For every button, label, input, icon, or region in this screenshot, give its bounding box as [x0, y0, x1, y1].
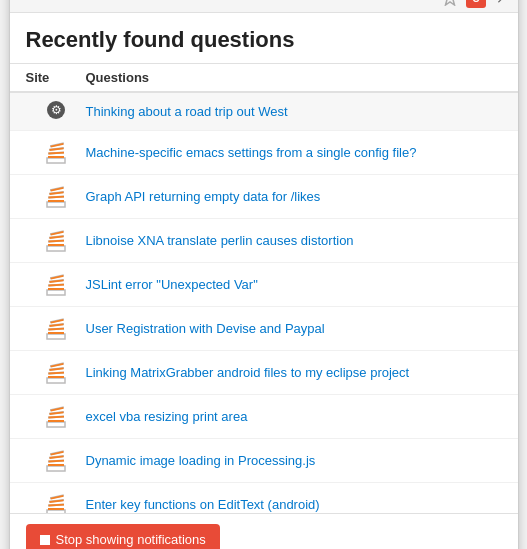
svg-rect-12 — [49, 147, 63, 150]
svg-rect-82 — [48, 508, 64, 510]
question-link[interactable]: excel vba resizing print area — [86, 409, 248, 424]
column-questions-header: Questions — [86, 70, 502, 85]
site-icon — [26, 490, 86, 513]
stackoverflow-icon — [45, 226, 67, 255]
stop-notifications-button[interactable]: Stop showing notifications — [26, 524, 220, 549]
svg-rect-73 — [48, 464, 64, 466]
site-icon — [26, 226, 86, 255]
site-icon — [26, 358, 86, 387]
site-icon — [26, 138, 86, 167]
stackoverflow-icon — [45, 490, 67, 513]
question-link-cell: User Registration with Devise and Paypal — [86, 321, 502, 336]
svg-rect-39 — [49, 279, 63, 282]
svg-text:S: S — [472, 0, 479, 4]
question-link-cell: Enter key functions on EditText (android… — [86, 497, 502, 512]
svg-rect-45 — [47, 334, 65, 339]
panel-header: Recently found questions — [10, 13, 518, 64]
svg-rect-75 — [49, 455, 63, 458]
table-header: Site Questions — [10, 64, 518, 93]
footer: Stop showing notifications — [10, 513, 518, 549]
question-link[interactable]: Enter key functions on EditText (android… — [86, 497, 320, 512]
svg-rect-19 — [48, 200, 64, 202]
site-icon — [26, 314, 86, 343]
svg-rect-63 — [47, 422, 65, 427]
svg-rect-66 — [49, 411, 63, 414]
svg-text:⚙: ⚙ — [50, 103, 61, 117]
site-icon — [26, 402, 86, 431]
site-icon — [26, 270, 86, 299]
table-row: Libnoise XNA translate perlin causes dis… — [10, 219, 518, 263]
question-link[interactable]: JSLint error "Unexpected Var" — [86, 277, 258, 292]
table-row: Graph API returning empty data for /like… — [10, 175, 518, 219]
question-link[interactable]: Linking MatrixGrabber android files to m… — [86, 365, 410, 380]
column-site-header: Site — [26, 70, 86, 85]
panel-title: Recently found questions — [26, 27, 502, 53]
question-link[interactable]: User Registration with Devise and Paypal — [86, 321, 325, 336]
question-link-cell: Machine-specific emacs settings from a s… — [86, 145, 502, 160]
svg-marker-0 — [443, 0, 457, 5]
table-row: Dynamic image loading in Processing.js — [10, 439, 518, 483]
svg-rect-21 — [49, 191, 63, 194]
svg-rect-10 — [48, 156, 64, 158]
question-link[interactable]: Graph API returning empty data for /like… — [86, 189, 321, 204]
table-row: Enter key functions on EditText (android… — [10, 483, 518, 513]
stop-square-icon — [40, 535, 50, 545]
stackoverflow-icon — [45, 358, 67, 387]
question-link-cell: excel vba resizing print area — [86, 409, 502, 424]
question-link[interactable]: Thinking about a road trip out West — [86, 104, 288, 119]
table-row: Machine-specific emacs settings from a s… — [10, 131, 518, 175]
top-bar: S ↗ — [10, 0, 518, 13]
question-link[interactable]: Dynamic image loading in Processing.js — [86, 453, 316, 468]
question-link-cell: Graph API returning empty data for /like… — [86, 189, 502, 204]
site-icon — [26, 182, 86, 211]
svg-rect-54 — [47, 378, 65, 383]
svg-rect-46 — [48, 332, 64, 334]
star-icon[interactable] — [440, 0, 460, 8]
stackoverflow-icon — [45, 314, 67, 343]
table-row: User Registration with Devise and Paypal — [10, 307, 518, 351]
question-link[interactable]: Machine-specific emacs settings from a s… — [86, 145, 417, 160]
table-row: JSLint error "Unexpected Var" — [10, 263, 518, 307]
table-row: ⚙ Thinking about a road trip out West — [10, 93, 518, 131]
table-row: excel vba resizing print area — [10, 395, 518, 439]
stackoverflow-icon — [45, 182, 67, 211]
svg-rect-30 — [49, 235, 63, 238]
brand-icon[interactable]: S — [466, 0, 486, 8]
svg-rect-48 — [49, 323, 63, 326]
question-link-cell: JSLint error "Unexpected Var" — [86, 277, 502, 292]
svg-rect-28 — [48, 244, 64, 246]
table-row: Linking MatrixGrabber android files to m… — [10, 351, 518, 395]
question-link-cell: Libnoise XNA translate perlin causes dis… — [86, 233, 502, 248]
svg-rect-64 — [48, 420, 64, 422]
question-link-cell: Thinking about a road trip out West — [86, 104, 502, 119]
external-icon[interactable]: ↗ — [492, 0, 512, 8]
svg-rect-36 — [47, 290, 65, 295]
questions-list: ⚙ Thinking about a road trip out West Ma… — [10, 93, 518, 513]
svg-rect-72 — [47, 466, 65, 471]
question-link-cell: Dynamic image loading in Processing.js — [86, 453, 502, 468]
svg-rect-27 — [47, 246, 65, 251]
site-icon: ⚙ — [26, 100, 86, 123]
stackoverflow-icon — [45, 138, 67, 167]
stop-button-label: Stop showing notifications — [56, 532, 206, 547]
svg-rect-84 — [49, 499, 63, 502]
question-link-cell: Linking MatrixGrabber android files to m… — [86, 365, 502, 380]
stackoverflow-icon — [45, 270, 67, 299]
svg-rect-18 — [47, 202, 65, 207]
svg-rect-57 — [49, 367, 63, 370]
site-icon — [26, 446, 86, 475]
svg-rect-9 — [47, 158, 65, 163]
svg-rect-81 — [47, 510, 65, 513]
question-link[interactable]: Libnoise XNA translate perlin causes dis… — [86, 233, 354, 248]
settings-gear-icon: ⚙ — [46, 100, 66, 123]
panel: S ↗ Recently found questions Site Questi… — [9, 0, 519, 549]
svg-rect-37 — [48, 288, 64, 290]
stackoverflow-icon — [45, 402, 67, 431]
svg-rect-55 — [48, 376, 64, 378]
stackoverflow-icon — [45, 446, 67, 475]
